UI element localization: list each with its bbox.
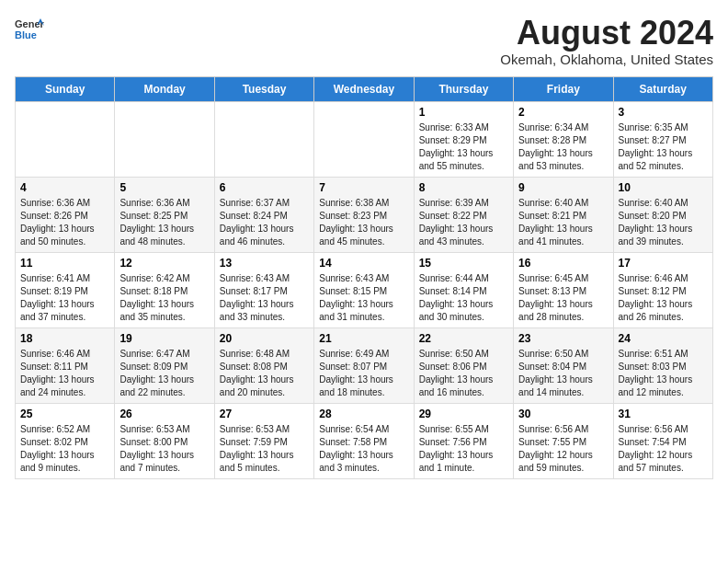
day-number: 11 <box>20 257 109 270</box>
calendar-cell <box>16 101 115 177</box>
calendar-cell: 30Sunrise: 6:56 AM Sunset: 7:55 PM Dayli… <box>514 403 613 478</box>
cell-content: Sunrise: 6:56 AM Sunset: 7:54 PM Dayligh… <box>619 423 708 475</box>
cell-content: Sunrise: 6:42 AM Sunset: 8:18 PM Dayligh… <box>119 272 209 324</box>
day-number: 22 <box>419 332 508 345</box>
day-number: 30 <box>518 408 608 420</box>
calendar-cell: 17Sunrise: 6:46 AM Sunset: 8:12 PM Dayli… <box>613 252 712 327</box>
title-block: August 2024 Okemah, Oklahoma, United Sta… <box>500 15 713 67</box>
day-number: 8 <box>419 181 508 194</box>
cell-content: Sunrise: 6:49 AM Sunset: 8:07 PM Dayligh… <box>319 348 408 399</box>
calendar-cell: 18Sunrise: 6:46 AM Sunset: 8:11 PM Dayli… <box>16 327 115 403</box>
calendar-week-row: 18Sunrise: 6:46 AM Sunset: 8:11 PM Dayli… <box>16 327 713 403</box>
calendar-week-row: 1Sunrise: 6:33 AM Sunset: 8:29 PM Daylig… <box>16 101 713 177</box>
day-number: 17 <box>619 257 708 270</box>
cell-content: Sunrise: 6:34 AM Sunset: 8:28 PM Dayligh… <box>518 121 608 173</box>
calendar-cell: 14Sunrise: 6:43 AM Sunset: 8:15 PM Dayli… <box>314 252 414 327</box>
calendar-cell: 24Sunrise: 6:51 AM Sunset: 8:03 PM Dayli… <box>613 327 712 403</box>
day-of-week-header: Friday <box>514 76 613 101</box>
calendar-header-row: SundayMondayTuesdayWednesdayThursdayFrid… <box>16 76 713 101</box>
cell-content: Sunrise: 6:41 AM Sunset: 8:19 PM Dayligh… <box>20 272 109 324</box>
calendar-week-row: 11Sunrise: 6:41 AM Sunset: 8:19 PM Dayli… <box>16 252 713 327</box>
cell-content: Sunrise: 6:44 AM Sunset: 8:14 PM Dayligh… <box>419 272 508 324</box>
cell-content: Sunrise: 6:36 AM Sunset: 8:25 PM Dayligh… <box>119 197 209 248</box>
day-of-week-header: Tuesday <box>214 76 313 101</box>
calendar-cell: 1Sunrise: 6:33 AM Sunset: 8:29 PM Daylig… <box>414 101 513 177</box>
calendar-cell: 29Sunrise: 6:55 AM Sunset: 7:56 PM Dayli… <box>414 403 513 478</box>
cell-content: Sunrise: 6:35 AM Sunset: 8:27 PM Dayligh… <box>619 121 708 173</box>
day-number: 28 <box>319 408 408 420</box>
calendar-cell: 16Sunrise: 6:45 AM Sunset: 8:13 PM Dayli… <box>514 252 613 327</box>
calendar-cell: 19Sunrise: 6:47 AM Sunset: 8:09 PM Dayli… <box>115 327 214 403</box>
svg-text:Blue: Blue <box>15 29 37 40</box>
logo: General Blue <box>15 15 44 44</box>
cell-content: Sunrise: 6:38 AM Sunset: 8:23 PM Dayligh… <box>319 197 408 248</box>
calendar-cell: 6Sunrise: 6:37 AM Sunset: 8:24 PM Daylig… <box>214 177 313 252</box>
calendar-cell: 21Sunrise: 6:49 AM Sunset: 8:07 PM Dayli… <box>314 327 414 403</box>
day-of-week-header: Thursday <box>414 76 513 101</box>
calendar-cell: 2Sunrise: 6:34 AM Sunset: 8:28 PM Daylig… <box>514 101 613 177</box>
cell-content: Sunrise: 6:33 AM Sunset: 8:29 PM Dayligh… <box>419 121 508 173</box>
calendar-cell: 25Sunrise: 6:52 AM Sunset: 8:02 PM Dayli… <box>16 403 115 478</box>
cell-content: Sunrise: 6:37 AM Sunset: 8:24 PM Dayligh… <box>220 197 309 248</box>
calendar-cell: 31Sunrise: 6:56 AM Sunset: 7:54 PM Dayli… <box>613 403 712 478</box>
calendar-cell <box>314 101 414 177</box>
day-number: 5 <box>119 181 209 194</box>
day-number: 9 <box>518 181 608 194</box>
cell-content: Sunrise: 6:48 AM Sunset: 8:08 PM Dayligh… <box>220 348 309 399</box>
day-number: 19 <box>119 332 209 345</box>
day-number: 4 <box>20 181 109 194</box>
page-header: General Blue August 2024 Okemah, Oklahom… <box>15 15 713 67</box>
cell-content: Sunrise: 6:50 AM Sunset: 8:06 PM Dayligh… <box>419 348 508 399</box>
calendar-cell: 27Sunrise: 6:53 AM Sunset: 7:59 PM Dayli… <box>214 403 313 478</box>
day-number: 3 <box>619 106 708 119</box>
calendar-cell: 5Sunrise: 6:36 AM Sunset: 8:25 PM Daylig… <box>115 177 214 252</box>
location: Okemah, Oklahoma, United States <box>500 52 713 67</box>
cell-content: Sunrise: 6:45 AM Sunset: 8:13 PM Dayligh… <box>518 272 608 324</box>
calendar-cell: 20Sunrise: 6:48 AM Sunset: 8:08 PM Dayli… <box>214 327 313 403</box>
day-number: 26 <box>119 408 209 420</box>
calendar-week-row: 25Sunrise: 6:52 AM Sunset: 8:02 PM Dayli… <box>16 403 713 478</box>
month-year: August 2024 <box>500 15 713 52</box>
logo-icon: General Blue <box>15 15 44 44</box>
cell-content: Sunrise: 6:43 AM Sunset: 8:17 PM Dayligh… <box>220 272 309 324</box>
day-number: 20 <box>220 332 309 345</box>
cell-content: Sunrise: 6:53 AM Sunset: 8:00 PM Dayligh… <box>119 423 209 475</box>
cell-content: Sunrise: 6:47 AM Sunset: 8:09 PM Dayligh… <box>119 348 209 399</box>
day-number: 13 <box>220 257 309 270</box>
cell-content: Sunrise: 6:53 AM Sunset: 7:59 PM Dayligh… <box>220 423 309 475</box>
day-number: 7 <box>319 181 408 194</box>
cell-content: Sunrise: 6:46 AM Sunset: 8:12 PM Dayligh… <box>619 272 708 324</box>
day-number: 2 <box>518 106 608 119</box>
calendar-cell: 9Sunrise: 6:40 AM Sunset: 8:21 PM Daylig… <box>514 177 613 252</box>
day-number: 10 <box>619 181 708 194</box>
calendar-cell: 13Sunrise: 6:43 AM Sunset: 8:17 PM Dayli… <box>214 252 313 327</box>
cell-content: Sunrise: 6:43 AM Sunset: 8:15 PM Dayligh… <box>319 272 408 324</box>
calendar-cell: 10Sunrise: 6:40 AM Sunset: 8:20 PM Dayli… <box>613 177 712 252</box>
cell-content: Sunrise: 6:55 AM Sunset: 7:56 PM Dayligh… <box>419 423 508 475</box>
day-number: 31 <box>619 408 708 420</box>
calendar-cell: 11Sunrise: 6:41 AM Sunset: 8:19 PM Dayli… <box>16 252 115 327</box>
calendar-cell: 15Sunrise: 6:44 AM Sunset: 8:14 PM Dayli… <box>414 252 513 327</box>
day-of-week-header: Wednesday <box>314 76 414 101</box>
day-number: 6 <box>220 181 309 194</box>
calendar-cell: 4Sunrise: 6:36 AM Sunset: 8:26 PM Daylig… <box>16 177 115 252</box>
cell-content: Sunrise: 6:40 AM Sunset: 8:20 PM Dayligh… <box>619 197 708 248</box>
calendar-cell: 28Sunrise: 6:54 AM Sunset: 7:58 PM Dayli… <box>314 403 414 478</box>
day-number: 25 <box>20 408 109 420</box>
day-number: 16 <box>518 257 608 270</box>
calendar-cell: 12Sunrise: 6:42 AM Sunset: 8:18 PM Dayli… <box>115 252 214 327</box>
day-number: 12 <box>119 257 209 270</box>
cell-content: Sunrise: 6:36 AM Sunset: 8:26 PM Dayligh… <box>20 197 109 248</box>
cell-content: Sunrise: 6:54 AM Sunset: 7:58 PM Dayligh… <box>319 423 408 475</box>
cell-content: Sunrise: 6:52 AM Sunset: 8:02 PM Dayligh… <box>20 423 109 475</box>
calendar-cell: 26Sunrise: 6:53 AM Sunset: 8:00 PM Dayli… <box>115 403 214 478</box>
calendar-cell: 7Sunrise: 6:38 AM Sunset: 8:23 PM Daylig… <box>314 177 414 252</box>
calendar-cell <box>214 101 313 177</box>
calendar-cell: 22Sunrise: 6:50 AM Sunset: 8:06 PM Dayli… <box>414 327 513 403</box>
cell-content: Sunrise: 6:56 AM Sunset: 7:55 PM Dayligh… <box>518 423 608 475</box>
calendar-cell <box>115 101 214 177</box>
day-number: 21 <box>319 332 408 345</box>
calendar-cell: 3Sunrise: 6:35 AM Sunset: 8:27 PM Daylig… <box>613 101 712 177</box>
calendar-table: SundayMondayTuesdayWednesdayThursdayFrid… <box>15 76 713 479</box>
calendar-week-row: 4Sunrise: 6:36 AM Sunset: 8:26 PM Daylig… <box>16 177 713 252</box>
